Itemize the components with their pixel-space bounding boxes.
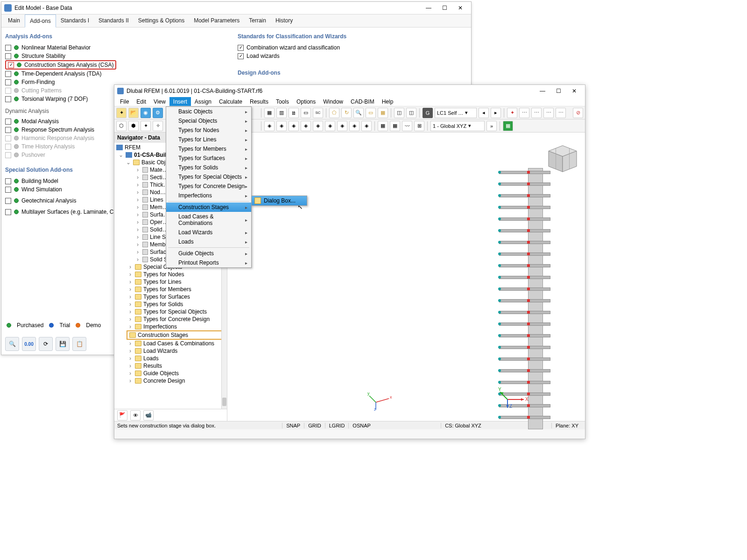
tool-icon[interactable]: ⋯: [556, 108, 566, 118]
menu-insert[interactable]: Insert: [169, 97, 191, 106]
tab-model-params[interactable]: Model Parameters: [189, 14, 244, 27]
tab-standards-1[interactable]: Standards I: [56, 14, 94, 27]
tool-icon[interactable]: ▭: [301, 108, 311, 118]
dropdown-item[interactable]: Guide Objects▸: [166, 249, 251, 258]
tree-construction-stages[interactable]: Construction Stages: [127, 330, 227, 340]
menu-view[interactable]: View: [150, 97, 169, 106]
menu-help[interactable]: Help: [378, 97, 397, 106]
menu-window[interactable]: Window: [319, 97, 347, 106]
opt-stability[interactable]: Structure Stability: [5, 52, 235, 60]
dropdown-item[interactable]: Types for Lines▸: [166, 135, 251, 144]
dropdown-item[interactable]: Load Cases & Combinations▸: [166, 212, 251, 228]
tool-icon[interactable]: ▦: [390, 121, 400, 131]
tool-icon[interactable]: ◈: [349, 121, 359, 131]
tool-icon[interactable]: ▥: [276, 108, 287, 118]
refresh-button[interactable]: ⟳: [39, 337, 53, 351]
dropdown-item[interactable]: Special Objects▸: [166, 116, 251, 126]
status-lgrid[interactable]: LGRID: [325, 423, 349, 428]
tool-icon[interactable]: 🗎: [289, 108, 299, 118]
opt-tda[interactable]: Time-Dependent Analysis (TDA): [5, 70, 235, 78]
tool-icon[interactable]: ⊘: [573, 108, 583, 118]
menu-edit[interactable]: Edit: [133, 97, 150, 106]
nav-btn[interactable]: 🚩: [117, 410, 127, 420]
menu-file[interactable]: File: [116, 97, 133, 106]
maximize-button[interactable]: ☐: [437, 3, 452, 13]
tree-folder[interactable]: ›Types for Special Objects: [114, 308, 227, 315]
tool-icon[interactable]: ⚙: [153, 108, 163, 118]
help-button[interactable]: 🔍: [5, 337, 19, 351]
tool-icon[interactable]: SC: [313, 108, 323, 118]
save-button[interactable]: 💾: [56, 337, 70, 351]
tool-icon[interactable]: ◈: [301, 121, 311, 131]
tool-icon[interactable]: ◈: [361, 121, 372, 131]
tool-icon[interactable]: ▦: [264, 108, 275, 118]
tree-folder[interactable]: ›Types for Solids: [114, 301, 227, 308]
tool-icon[interactable]: ⊞: [414, 121, 424, 131]
g-button[interactable]: G: [423, 108, 433, 118]
tool-icon[interactable]: ↻: [341, 108, 352, 118]
tab-add-ons[interactable]: Add-ons: [25, 14, 56, 28]
tool-icon[interactable]: ◫: [394, 108, 404, 118]
copy-button[interactable]: 📋: [72, 337, 86, 351]
app-close-button[interactable]: ✕: [566, 86, 582, 96]
tree-folder[interactable]: ›Concrete Design: [114, 377, 227, 385]
dropdown-item[interactable]: Types for Members▸: [166, 144, 251, 154]
tool-icon[interactable]: ⋯: [531, 108, 542, 118]
tree-folder[interactable]: ›Types for Concrete Design: [114, 315, 227, 323]
tree-folder[interactable]: ›Results: [114, 362, 227, 370]
tool-icon[interactable]: ✦: [507, 108, 517, 118]
status-snap[interactable]: SNAP: [282, 423, 304, 428]
tool-icon[interactable]: ◈: [337, 121, 347, 131]
minimize-button[interactable]: —: [421, 3, 437, 13]
open-icon[interactable]: 📂: [128, 108, 139, 118]
tree-folder[interactable]: ›Imperfections: [114, 323, 227, 330]
tool-icon[interactable]: ⬡: [116, 121, 127, 131]
app-maximize-button[interactable]: ☐: [550, 86, 566, 96]
status-osnap[interactable]: OSNAP: [348, 423, 374, 428]
tab-main[interactable]: Main: [3, 14, 25, 27]
tool-icon[interactable]: ✦: [141, 121, 151, 131]
view-combo[interactable]: 1 - Global XYZ▾: [430, 121, 485, 131]
tool-icon[interactable]: ◫: [406, 108, 416, 118]
dropdown-item[interactable]: Basic Objects▸: [166, 107, 251, 116]
tool-icon[interactable]: »: [486, 121, 497, 131]
app-minimize-button[interactable]: —: [535, 86, 550, 96]
dropdown-item[interactable]: Construction Stages▸: [166, 203, 251, 212]
next-button[interactable]: ▸: [491, 108, 501, 118]
tab-terrain[interactable]: Terrain: [244, 14, 271, 27]
new-icon[interactable]: ✦: [116, 108, 127, 118]
tool-icon[interactable]: ✧: [153, 121, 163, 131]
submenu-dialog-box[interactable]: Dialog Box...: [252, 196, 307, 205]
tree-folder[interactable]: ›Loads: [114, 355, 227, 362]
tab-settings[interactable]: Settings & Options: [134, 14, 189, 27]
tool-icon[interactable]: ⋯: [543, 108, 554, 118]
close-button[interactable]: ✕: [452, 3, 468, 13]
menu-options[interactable]: Options: [293, 97, 319, 106]
tool-icon[interactable]: 🔍: [353, 108, 364, 118]
tool-icon[interactable]: ⋯: [519, 108, 529, 118]
tree-folder[interactable]: ›Guide Objects: [114, 370, 227, 377]
tool-icon[interactable]: ◈: [289, 121, 299, 131]
tool-icon[interactable]: 〰: [402, 121, 412, 131]
tree-folder[interactable]: ›Types for Members: [114, 286, 227, 293]
tree-folder[interactable]: ›Types for Lines: [114, 278, 227, 286]
tree-folder[interactable]: ›Load Cases & Combinations: [114, 340, 227, 347]
tab-standards-2[interactable]: Standards II: [94, 14, 134, 27]
tool-icon[interactable]: ▦: [378, 121, 388, 131]
dropdown-item[interactable]: Types for Nodes▸: [166, 126, 251, 135]
tool-icon[interactable]: ◈: [264, 121, 275, 131]
dropdown-item[interactable]: Types for Special Objects▸: [166, 172, 251, 182]
dropdown-item[interactable]: Types for Concrete Design▸: [166, 182, 251, 191]
tab-history[interactable]: History: [271, 14, 297, 27]
tree-folder[interactable]: ›Load Wizards: [114, 347, 227, 355]
menu-tools[interactable]: Tools: [272, 97, 293, 106]
dropdown-item[interactable]: Types for Surfaces▸: [166, 154, 251, 163]
view-cube[interactable]: [547, 145, 578, 174]
opt-nonlinear[interactable]: Nonlinear Material Behavior: [5, 43, 235, 52]
menu-calculate[interactable]: Calculate: [215, 97, 246, 106]
tool-icon[interactable]: ◈: [325, 121, 335, 131]
opt-load-wizards[interactable]: ✓Load wizards: [238, 52, 467, 60]
dropdown-item[interactable]: Load Wizards▸: [166, 228, 251, 237]
tree-folder[interactable]: ›Types for Surfaces: [114, 293, 227, 301]
status-grid[interactable]: GRID: [304, 423, 325, 428]
